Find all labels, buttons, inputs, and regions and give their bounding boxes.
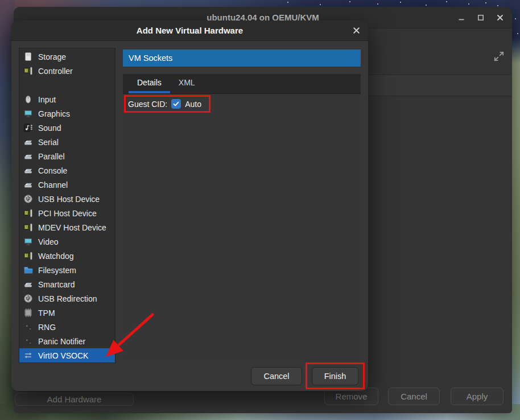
add-hardware-button[interactable]: Add Hardware bbox=[15, 393, 134, 406]
sidebar-item-label: USB Redirection bbox=[38, 294, 97, 303]
serial-device-icon bbox=[23, 279, 33, 289]
sidebar-item-label: TPM bbox=[38, 308, 55, 318]
sidebar-item-parallel[interactable]: Parallel bbox=[19, 149, 115, 163]
chip-icon bbox=[23, 308, 33, 318]
star bbox=[485, 2, 486, 3]
guest-cid-label: Guest CID: bbox=[128, 100, 167, 109]
usb-icon bbox=[23, 294, 33, 303]
panel-tabs: Details XML bbox=[123, 74, 361, 94]
sidebar-item-smartcard[interactable]: Smartcard bbox=[19, 277, 115, 291]
sidebar-item-label: Input bbox=[38, 95, 56, 104]
sidebar-item-label: Watchdog bbox=[38, 252, 74, 261]
disk-icon bbox=[23, 52, 33, 61]
sidebar-item-storage[interactable]: Storage bbox=[19, 50, 115, 64]
gears-icon bbox=[23, 336, 33, 346]
sidebar-item-label: VirtIO VSOCK bbox=[38, 351, 88, 360]
vsock-arrows-icon bbox=[23, 351, 33, 360]
sidebar-item-label: Controller bbox=[38, 67, 73, 76]
pci-card-icon bbox=[23, 208, 33, 218]
folder-icon bbox=[23, 265, 33, 275]
sidebar-item-mdev-host-device[interactable]: MDEV Host Device bbox=[19, 220, 115, 234]
hardware-type-list: Storage Controller Input Graphics Sound … bbox=[19, 48, 115, 363]
star bbox=[426, 5, 427, 6]
star bbox=[287, 2, 288, 3]
star bbox=[377, 3, 378, 5]
sidebar-item-label: Sound bbox=[38, 123, 61, 133]
serial-device-icon bbox=[23, 151, 33, 161]
add-hardware-dialog: Add New Virtual Hardware Storage Control… bbox=[11, 20, 368, 391]
usb-icon bbox=[23, 194, 33, 204]
no-icon bbox=[23, 80, 33, 90]
sidebar-item-rng[interactable]: RNG bbox=[19, 320, 115, 334]
sound-card-icon bbox=[23, 123, 33, 133]
sidebar-item-controller[interactable]: Controller bbox=[19, 64, 115, 78]
expand-icon[interactable] bbox=[493, 50, 505, 63]
sidebar-item-label: Smartcard bbox=[38, 280, 75, 289]
panel-content bbox=[123, 94, 361, 363]
dialog-close-icon[interactable] bbox=[350, 24, 362, 36]
pci-card-icon bbox=[23, 223, 33, 232]
tab-details[interactable]: Details bbox=[129, 74, 170, 93]
sidebar-item-label: MDEV Host Device bbox=[38, 223, 106, 232]
close-icon[interactable] bbox=[495, 13, 505, 23]
star bbox=[497, 5, 498, 6]
sidebar-item-panic-notifier[interactable]: Panic Notifier bbox=[19, 334, 115, 348]
sidebar-item-label: PCI Host Device bbox=[38, 209, 97, 218]
star bbox=[446, 1, 447, 2]
check-icon bbox=[172, 100, 180, 108]
tab-xml[interactable]: XML bbox=[170, 74, 204, 93]
monitor-icon bbox=[23, 109, 33, 118]
sidebar-item-graphics[interactable]: Graphics bbox=[19, 106, 115, 121]
mouse-icon bbox=[23, 94, 33, 104]
dialog-titlebar: Add New Virtual Hardware bbox=[11, 20, 368, 41]
sidebar-item-watchdog[interactable]: Watchdog bbox=[19, 249, 115, 263]
sidebar-item-virtio-vsock[interactable]: VirtIO VSOCK bbox=[19, 348, 115, 363]
apply-button[interactable]: Apply bbox=[451, 388, 504, 405]
sidebar-item-label: Filesystem bbox=[38, 266, 76, 275]
sidebar-item-usb-redirection[interactable]: USB Redirection bbox=[19, 291, 115, 306]
serial-device-icon bbox=[23, 180, 33, 190]
sidebar-item-label: Video bbox=[38, 237, 59, 246]
sidebar-item-filesystem[interactable]: Filesystem bbox=[19, 263, 115, 277]
sidebar-item-console[interactable]: Console bbox=[19, 163, 115, 178]
minimize-icon[interactable] bbox=[456, 13, 467, 23]
sidebar-item-label: Channel bbox=[38, 180, 68, 190]
sidebar-item-blank bbox=[19, 78, 115, 92]
star bbox=[320, 4, 321, 5]
sidebar-item-label: Parallel bbox=[38, 152, 65, 161]
auto-checkbox[interactable] bbox=[171, 99, 181, 109]
sidebar-item-label: RNG bbox=[38, 323, 56, 332]
serial-device-icon bbox=[23, 137, 33, 147]
sidebar-item-tpm[interactable]: TPM bbox=[19, 306, 115, 320]
sidebar-item-label: Panic Notifier bbox=[38, 337, 85, 346]
sidebar-item-usb-host-device[interactable]: USB Host Device bbox=[19, 192, 115, 206]
sidebar-item-label: USB Host Device bbox=[38, 195, 100, 204]
auto-checkbox-label[interactable]: Auto bbox=[185, 100, 201, 109]
star bbox=[400, 2, 401, 3]
sidebar-item-channel[interactable]: Channel bbox=[19, 178, 115, 192]
monitor-icon bbox=[23, 237, 33, 246]
sidebar-item-serial[interactable]: Serial bbox=[19, 135, 115, 149]
pci-card-icon bbox=[23, 66, 33, 76]
dialog-cancel-button[interactable]: Cancel bbox=[251, 367, 302, 385]
sidebar-item-video[interactable]: Video bbox=[19, 234, 115, 249]
star bbox=[517, 33, 518, 34]
sidebar-item-label: Console bbox=[38, 166, 67, 175]
finish-annotation-rect bbox=[306, 363, 365, 389]
gears-icon bbox=[23, 322, 33, 332]
maximize-icon[interactable] bbox=[476, 13, 486, 23]
sidebar-item-pci-host-device[interactable]: PCI Host Device bbox=[19, 206, 115, 220]
star bbox=[515, 18, 516, 19]
sidebar-item-input[interactable]: Input bbox=[19, 92, 115, 106]
serial-device-icon bbox=[23, 166, 33, 175]
sidebar-item-label: Storage bbox=[38, 52, 66, 61]
window-cancel-button[interactable]: Cancel bbox=[388, 388, 440, 405]
window-controls bbox=[456, 7, 505, 28]
panel-header: VM Sockets bbox=[123, 50, 361, 67]
sidebar-item-label: Serial bbox=[38, 138, 59, 147]
sidebar-item-sound[interactable]: Sound bbox=[19, 121, 115, 135]
dialog-title: Add New Virtual Hardware bbox=[11, 20, 368, 40]
star bbox=[349, 1, 350, 2]
star bbox=[468, 3, 469, 5]
pci-card-icon bbox=[23, 251, 33, 261]
